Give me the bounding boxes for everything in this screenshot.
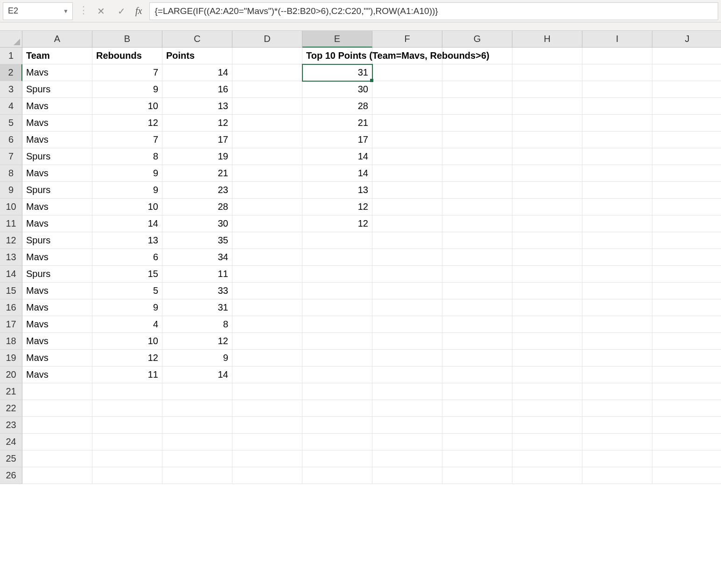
- cell-E22[interactable]: [302, 400, 372, 417]
- cell-H20[interactable]: [512, 367, 582, 383]
- cell-E18[interactable]: [302, 333, 372, 350]
- cell-D26[interactable]: [232, 467, 302, 484]
- cell-D15[interactable]: [232, 283, 302, 299]
- cell-E16[interactable]: [302, 299, 372, 316]
- row-header-10[interactable]: 10: [0, 199, 22, 215]
- cell-D3[interactable]: [232, 81, 302, 98]
- row-header-5[interactable]: 5: [0, 115, 22, 131]
- cell-I3[interactable]: [582, 81, 652, 98]
- cell-I22[interactable]: [582, 400, 652, 417]
- cell-C1[interactable]: Points: [162, 48, 232, 64]
- cell-J26[interactable]: [652, 467, 721, 484]
- cell-F25[interactable]: [372, 450, 442, 467]
- row-header-13[interactable]: 13: [0, 249, 22, 266]
- cell-A15[interactable]: Mavs: [22, 283, 92, 299]
- cell-A21[interactable]: [22, 383, 92, 400]
- cell-H11[interactable]: [512, 215, 582, 232]
- cell-H24[interactable]: [512, 434, 582, 450]
- cell-E1[interactable]: Top 10 Points (Team=Mavs, Rebounds>6): [302, 48, 372, 64]
- cell-I15[interactable]: [582, 283, 652, 299]
- cell-J22[interactable]: [652, 400, 721, 417]
- cell-I25[interactable]: [582, 450, 652, 467]
- cell-C12[interactable]: 35: [162, 232, 232, 249]
- cell-D6[interactable]: [232, 131, 302, 148]
- cell-B20[interactable]: 11: [92, 367, 162, 383]
- cell-F9[interactable]: [372, 182, 442, 199]
- cell-C9[interactable]: 23: [162, 182, 232, 199]
- cell-H15[interactable]: [512, 283, 582, 299]
- cell-D8[interactable]: [232, 165, 302, 182]
- cell-F5[interactable]: [372, 115, 442, 131]
- cell-C2[interactable]: 14: [162, 64, 232, 81]
- cell-A18[interactable]: Mavs: [22, 333, 92, 350]
- name-box[interactable]: E2 ▼: [3, 2, 73, 20]
- cell-F3[interactable]: [372, 81, 442, 98]
- column-header-I[interactable]: I: [582, 31, 652, 48]
- cell-J18[interactable]: [652, 333, 721, 350]
- cell-H26[interactable]: [512, 467, 582, 484]
- cell-C13[interactable]: 34: [162, 249, 232, 266]
- cell-I4[interactable]: [582, 98, 652, 115]
- cell-I5[interactable]: [582, 115, 652, 131]
- row-header-20[interactable]: 20: [0, 367, 22, 383]
- cell-D23[interactable]: [232, 417, 302, 434]
- cell-G25[interactable]: [442, 450, 512, 467]
- row-header-25[interactable]: 25: [0, 450, 22, 467]
- cell-F4[interactable]: [372, 98, 442, 115]
- cell-E24[interactable]: [302, 434, 372, 450]
- cell-I24[interactable]: [582, 434, 652, 450]
- cell-G14[interactable]: [442, 266, 512, 283]
- cell-A19[interactable]: Mavs: [22, 350, 92, 367]
- cell-J9[interactable]: [652, 182, 721, 199]
- cell-F6[interactable]: [372, 131, 442, 148]
- cell-H6[interactable]: [512, 131, 582, 148]
- cell-A20[interactable]: Mavs: [22, 367, 92, 383]
- cell-E6[interactable]: 17: [302, 131, 372, 148]
- cell-B12[interactable]: 13: [92, 232, 162, 249]
- cell-C22[interactable]: [162, 400, 232, 417]
- cell-J5[interactable]: [652, 115, 721, 131]
- cell-G12[interactable]: [442, 232, 512, 249]
- cell-C16[interactable]: 31: [162, 299, 232, 316]
- row-header-7[interactable]: 7: [0, 148, 22, 165]
- cancel-button[interactable]: ✕: [92, 3, 109, 20]
- cell-F14[interactable]: [372, 266, 442, 283]
- cell-H7[interactable]: [512, 148, 582, 165]
- column-header-H[interactable]: H: [512, 31, 582, 48]
- cell-C15[interactable]: 33: [162, 283, 232, 299]
- cell-B21[interactable]: [92, 383, 162, 400]
- cell-F7[interactable]: [372, 148, 442, 165]
- column-header-C[interactable]: C: [162, 31, 232, 48]
- cell-C5[interactable]: 12: [162, 115, 232, 131]
- cell-A22[interactable]: [22, 400, 92, 417]
- cell-A13[interactable]: Mavs: [22, 249, 92, 266]
- cell-A5[interactable]: Mavs: [22, 115, 92, 131]
- cell-H18[interactable]: [512, 333, 582, 350]
- row-header-14[interactable]: 14: [0, 266, 22, 283]
- cell-B10[interactable]: 10: [92, 199, 162, 215]
- cell-F26[interactable]: [372, 467, 442, 484]
- cell-I17[interactable]: [582, 316, 652, 333]
- cell-B16[interactable]: 9: [92, 299, 162, 316]
- cell-B5[interactable]: 12: [92, 115, 162, 131]
- cell-A17[interactable]: Mavs: [22, 316, 92, 333]
- cell-C24[interactable]: [162, 434, 232, 450]
- cell-G21[interactable]: [442, 383, 512, 400]
- cell-E23[interactable]: [302, 417, 372, 434]
- cell-D11[interactable]: [232, 215, 302, 232]
- cell-G23[interactable]: [442, 417, 512, 434]
- cell-I7[interactable]: [582, 148, 652, 165]
- cell-D7[interactable]: [232, 148, 302, 165]
- cell-J3[interactable]: [652, 81, 721, 98]
- cell-A7[interactable]: Spurs: [22, 148, 92, 165]
- cell-D24[interactable]: [232, 434, 302, 450]
- cell-J1[interactable]: [652, 48, 721, 64]
- cell-F17[interactable]: [372, 316, 442, 333]
- cell-G10[interactable]: [442, 199, 512, 215]
- cell-E17[interactable]: [302, 316, 372, 333]
- cell-J20[interactable]: [652, 367, 721, 383]
- cell-D18[interactable]: [232, 333, 302, 350]
- formula-input[interactable]: {=LARGE(IF((A2:A20="Mavs")*(--B2:B20>6),…: [149, 2, 718, 20]
- cell-H1[interactable]: [512, 48, 582, 64]
- row-header-19[interactable]: 19: [0, 350, 22, 367]
